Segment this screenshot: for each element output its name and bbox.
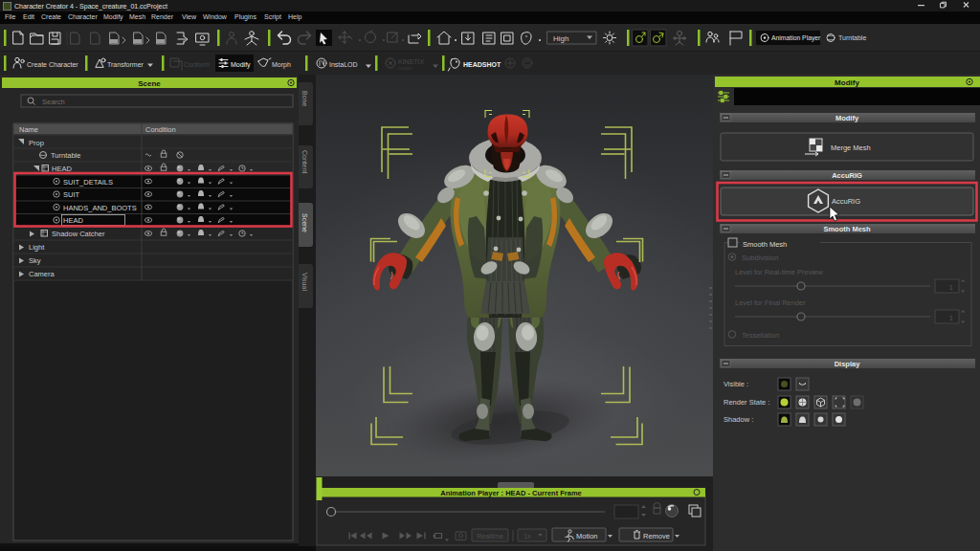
svg-text:Realtime: Realtime xyxy=(477,533,503,540)
svg-text:Animation Player : HEAD - Curr: Animation Player : HEAD - Current Frame xyxy=(440,489,582,497)
svg-text:motion: motion xyxy=(398,65,412,71)
svg-text:Search: Search xyxy=(42,98,65,106)
svg-text:Animation Player: Animation Player xyxy=(771,34,821,42)
svg-text:Camera: Camera xyxy=(29,270,56,278)
svg-text:AccuRIG: AccuRIG xyxy=(832,197,860,206)
svg-text:1x: 1x xyxy=(523,533,531,540)
svg-text:Transformer: Transformer xyxy=(107,61,145,68)
svg-text:Morph: Morph xyxy=(272,61,291,69)
svg-text:InstaLOD: InstaLOD xyxy=(329,61,358,68)
svg-text:Modify: Modify xyxy=(835,114,859,122)
svg-text:Modify: Modify xyxy=(231,61,251,69)
svg-text:Conform: Conform xyxy=(184,61,210,68)
svg-text:Name: Name xyxy=(19,125,38,134)
svg-text:Level for Final Render: Level for Final Render xyxy=(735,298,806,307)
svg-text:Light: Light xyxy=(29,243,45,252)
svg-text:Render State :: Render State : xyxy=(724,398,769,407)
svg-text:Tessellation: Tessellation xyxy=(742,331,779,340)
svg-text:Smooth Mesh: Smooth Mesh xyxy=(743,240,787,249)
svg-text:Shadow Catcher: Shadow Catcher xyxy=(52,230,105,238)
svg-text:Sky: Sky xyxy=(29,256,41,265)
svg-text:HEAD: HEAD xyxy=(52,165,72,173)
svg-text:KINETIX: KINETIX xyxy=(398,58,425,65)
svg-text:HEADSHOT: HEADSHOT xyxy=(463,61,501,68)
svg-text:SUIT: SUIT xyxy=(63,190,80,199)
svg-text:Subdivision: Subdivision xyxy=(742,253,778,262)
svg-text:High: High xyxy=(553,34,568,43)
svg-text:Level for Real-time Preview: Level for Real-time Preview xyxy=(735,268,823,276)
svg-text:Prop: Prop xyxy=(29,139,44,147)
svg-text:Display: Display xyxy=(835,360,861,368)
svg-text:AccuRIG: AccuRIG xyxy=(832,171,862,180)
svg-text:Remove: Remove xyxy=(643,532,670,540)
svg-text:Merge Mesh: Merge Mesh xyxy=(831,143,871,152)
svg-text:Modify: Modify xyxy=(835,78,859,87)
svg-text:Turntable: Turntable xyxy=(51,151,80,160)
svg-text:Condition: Condition xyxy=(145,125,176,134)
svg-text:1: 1 xyxy=(949,283,953,292)
svg-text:Turntable: Turntable xyxy=(838,34,866,41)
svg-text:Motion: Motion xyxy=(576,532,598,540)
svg-text:Shadow :: Shadow : xyxy=(724,415,753,424)
svg-text:Visible :: Visible : xyxy=(724,380,748,388)
svg-text:Create Character: Create Character xyxy=(27,61,78,68)
svg-text:SUIT_DETAILS: SUIT_DETAILS xyxy=(63,178,113,187)
svg-text:Scene: Scene xyxy=(138,79,161,88)
svg-text:HANDS_AND_BOOTS: HANDS_AND_BOOTS xyxy=(63,204,137,212)
svg-text:HEAD: HEAD xyxy=(63,216,83,225)
svg-text:1: 1 xyxy=(949,314,953,322)
svg-text:Smooth Mesh: Smooth Mesh xyxy=(823,225,871,233)
